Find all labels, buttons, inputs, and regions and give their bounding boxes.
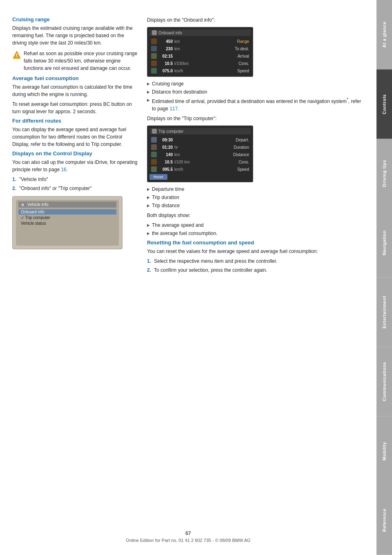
reset-step-2: 2. To confirm your selection, press the … [147, 266, 364, 274]
num-1: 1. [12, 176, 17, 183]
bullet-cruising-range: ▶ Cruising range [147, 80, 364, 87]
bullet-text: Departure time [152, 186, 184, 193]
reset-button[interactable]: Reset [149, 174, 167, 180]
sidebar-tab-navigation[interactable]: Navigation [376, 208, 392, 278]
range-unit: km [174, 39, 191, 44]
speed-value: 075.0 [158, 69, 173, 73]
heading-different-routes: For different routes [12, 118, 139, 124]
page-footer: 67 Online Edition for Part no. 01 41 2 6… [0, 530, 376, 543]
trip-cons-unit: l/100 km [174, 160, 191, 164]
both-show-item-2: ▶ the average fuel consumption. [147, 230, 364, 237]
sidebar-tab-reference[interactable]: Reference [376, 486, 392, 555]
todest-label: To dest. [235, 47, 249, 51]
onboard-screen-header: Onboard info [149, 29, 251, 36]
both-shows-label: Both displays show: [147, 212, 364, 219]
trip-cons-icon [151, 159, 157, 165]
link-page-117[interactable]: 117 [169, 106, 178, 112]
onboard-row-arrival: 02:15 Arrival [149, 52, 251, 60]
sidebar-tab-mobility[interactable]: Mobility [376, 416, 392, 486]
trip-cons-label: Cons. [238, 160, 249, 164]
range-icon [151, 38, 157, 44]
arrival-value: 02:15 [158, 54, 173, 58]
list-text-1: "Vehicle Info" [19, 176, 48, 183]
sidebar-tab-controls[interactable]: Controls [376, 69, 392, 139]
depart-label: Depart. [236, 138, 249, 142]
sidebar-tab-at-glance[interactable]: At a glance [376, 0, 392, 69]
page-number: 67 [0, 530, 376, 536]
onboard-heading-text: Displays on the "Onboard info": [147, 16, 364, 24]
trip-row-cons: 10.5 l/100 km Cons. [149, 158, 251, 166]
link-page-16[interactable]: 16 [61, 167, 66, 172]
sidebar-tab-driving-tips[interactable]: Driving tips [376, 139, 392, 208]
trip-cons-value: 10.5 [158, 160, 173, 164]
trip-speed-label: Speed [237, 167, 249, 172]
trip-dist-value: 140 [158, 152, 173, 157]
text-cruising-range: Displays the estimated cruising range av… [12, 25, 139, 47]
bullet-text: Trip distance [152, 202, 180, 209]
todest-icon [151, 46, 157, 51]
section-displays-control: Displays on the Control Display You can … [12, 150, 139, 249]
cons-label: Cons. [238, 61, 249, 66]
bullet-trip-duration: ▶ Trip duration [147, 194, 364, 201]
duration-value: 01:20 [158, 145, 173, 150]
trip-screen: Trip computer 09:30 Depart. 01:20 hr Dur… [147, 125, 253, 182]
vehicle-info-screen: 🖥 Vehicle Info Onboard info Trip compute… [12, 196, 122, 249]
section-onboard-info: Displays on the "Onboard info": Onboard … [147, 16, 364, 112]
bullet-icon: ▶ [147, 231, 150, 237]
sidebar-tab-communications[interactable]: Communications [376, 347, 392, 416]
screen-inner: 🖥 Vehicle Info Onboard info Trip compute… [16, 200, 119, 246]
speed-label: Speed [237, 69, 249, 73]
cons-icon [151, 60, 157, 66]
bullet-text: Cruising range [152, 80, 184, 87]
control-display-list: 1. "Vehicle Info" 2. "Onboard info" or "… [12, 176, 139, 192]
bullet-icon: ▶ [147, 223, 150, 228]
onboard-title: Onboard info [158, 31, 182, 35]
text-different-routes: You can display the average speed and av… [12, 126, 139, 148]
reset-num-2: 2. [147, 266, 152, 274]
trip-heading-text: Displays on the "Trip computer": [147, 115, 364, 122]
copyright-text: Online Edition for Part no. 01 41 2 602 … [0, 538, 376, 543]
section-average-fuel: Average fuel consumption The average fue… [12, 75, 139, 115]
reset-text-1: Select the respective menu item and pres… [154, 257, 277, 265]
cons-value: 10.5 [158, 61, 173, 66]
onboard-row-cons: 10.5 l/100km Cons. [149, 60, 251, 67]
text-avg-fuel-2: To reset average fuel consumption: press… [12, 101, 139, 115]
onboard-screen: Onboard info 450 km Range 230 km To dest… [147, 27, 253, 77]
list-item-1: 1. "Vehicle Info" [12, 176, 139, 183]
menu-vehicle-status: Vehicle status [18, 221, 116, 226]
reset-text-2: To confirm your selection, press the con… [154, 266, 267, 274]
onboard-row-todest: 230 km To dest. [149, 45, 251, 52]
reset-list: 1. Select the respective menu item and p… [147, 257, 364, 274]
arrival-icon [151, 53, 157, 59]
warning-icon: ! [12, 50, 21, 59]
bullet-arrival: ▶ Estimated time of arrival, provided th… [147, 96, 364, 112]
trip-header-icon [152, 129, 157, 134]
trip-speed-value: 095.5 [158, 167, 173, 172]
arrival-label: Arrival [238, 54, 249, 58]
menu-onboard-info: Onboard info [18, 209, 116, 215]
speed-unit: km/h [174, 69, 191, 73]
bullet-text: the average fuel consumption. [152, 230, 218, 237]
screen-title: 🖥 Vehicle Info [18, 201, 116, 208]
trip-bullet-list: ▶ Departure time ▶ Trip duration ▶ Trip … [147, 186, 364, 209]
sidebar-tab-entertainment[interactable]: Entertainment [376, 278, 392, 347]
todest-unit: km [174, 47, 191, 51]
menu-trip-computer: Trip computer [18, 215, 116, 220]
onboard-bullet-list: ▶ Cruising range ▶ Distance from destina… [147, 80, 364, 112]
reset-step-1: 1. Select the respective menu item and p… [147, 257, 364, 265]
duration-label: Duration [234, 145, 249, 150]
left-column: Cruising range Displays the estimated cr… [12, 16, 139, 275]
heading-reset: Resetting the fuel consumption and speed [147, 239, 364, 246]
range-label: Range [237, 39, 249, 44]
bullet-icon: ▶ [147, 98, 150, 103]
trip-title: Trip computer [158, 129, 183, 134]
text-displays-control: You can also call up the computer via iD… [12, 159, 139, 173]
num-2: 2. [12, 185, 17, 192]
list-text-2: "Onboard info" or "Trip computer" [19, 185, 91, 192]
bullet-text: The average speed and [152, 222, 204, 229]
heading-average-fuel: Average fuel consumption [12, 75, 139, 81]
bullet-depart-time: ▶ Departure time [147, 186, 364, 193]
bullet-text: Distance from destination [152, 88, 207, 96]
trip-speed-unit: km/h [174, 167, 191, 172]
reset-num-1: 1. [147, 257, 152, 265]
